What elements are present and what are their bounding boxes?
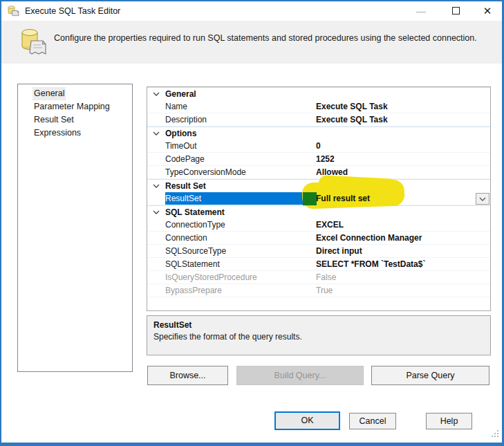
- property-value[interactable]: Direct input: [312, 245, 490, 257]
- sidebar-item-label: Expressions: [32, 127, 82, 140]
- category-row-general[interactable]: General: [147, 87, 490, 100]
- ok-button[interactable]: OK: [274, 411, 340, 430]
- property-row-typeconversionmode[interactable]: TypeConversionModeAllowed: [147, 166, 490, 179]
- close-button[interactable]: ✕: [477, 1, 498, 21]
- property-value[interactable]: 1252: [312, 153, 490, 165]
- property-name: SQLSourceType: [165, 245, 312, 257]
- detail-title: ResultSet: [153, 320, 484, 330]
- category-label: SQL Statement: [165, 206, 225, 219]
- row-gutter: [147, 100, 165, 113]
- category-collapse-toggle[interactable]: [147, 206, 165, 219]
- row-gutter: [147, 140, 165, 152]
- property-name: SQLStatement: [165, 258, 312, 270]
- property-value[interactable]: Full result set: [312, 192, 490, 205]
- window-border-bottom: [0, 443, 504, 446]
- property-value[interactable]: Execute SQL Task: [312, 100, 490, 113]
- title-bar[interactable]: Execute SQL Task Editor — ✕: [1, 1, 502, 21]
- maximize-icon: [452, 7, 460, 15]
- maximize-button[interactable]: [445, 1, 466, 21]
- property-value[interactable]: SELECT *FROM `TestData$`: [312, 258, 490, 270]
- property-value[interactable]: Allowed: [312, 166, 490, 178]
- category-row-options[interactable]: Options: [147, 127, 490, 140]
- property-value[interactable]: 0: [312, 140, 490, 152]
- property-value[interactable]: False: [312, 271, 490, 284]
- category-collapse-toggle[interactable]: [147, 127, 165, 140]
- row-gutter: [147, 166, 165, 178]
- property-grid-rows: GeneralNameExecute SQL TaskDescriptionEx…: [147, 87, 490, 297]
- sql-task-icon: [7, 5, 19, 20]
- minimize-button[interactable]: —: [411, 1, 431, 21]
- sidebar-item-result-set[interactable]: Result Set: [18, 113, 132, 127]
- chevron-down-icon: [479, 197, 486, 201]
- row-gutter: [147, 232, 165, 244]
- execute-sql-task-editor-dialog: Execute SQL Task Editor — ✕ Configure th…: [0, 0, 504, 446]
- property-name: TimeOut: [165, 140, 312, 152]
- property-row-resultset[interactable]: ResultSetFull result set: [147, 192, 490, 205]
- sql-task-banner-icon: [19, 26, 48, 61]
- property-name: IsQueryStoredProcedure: [165, 271, 312, 284]
- chevron-down-icon: [153, 184, 160, 188]
- property-name: BypassPrepare: [165, 284, 312, 297]
- help-button[interactable]: Help: [426, 413, 472, 429]
- sidebar-item-parameter-mapping[interactable]: Parameter Mapping: [18, 100, 132, 113]
- property-name: Connection: [165, 232, 312, 244]
- property-name: CodePage: [165, 153, 312, 165]
- property-row-isquerystoredprocedure[interactable]: IsQueryStoredProcedureFalse: [147, 271, 490, 284]
- header-banner: Configure the properties required to run…: [1, 21, 502, 64]
- property-row-name[interactable]: NameExecute SQL Task: [147, 100, 490, 113]
- property-row-timeout[interactable]: TimeOut0: [147, 140, 490, 153]
- property-name: TypeConversionMode: [165, 166, 312, 178]
- build-query-button: Build Query...: [236, 366, 364, 385]
- row-gutter: [147, 258, 165, 270]
- category-collapse-toggle[interactable]: [147, 88, 165, 100]
- row-gutter: [147, 153, 165, 165]
- chevron-down-icon: [153, 210, 160, 214]
- highlighter-over-selection: [303, 192, 317, 205]
- row-gutter: [147, 219, 165, 231]
- row-gutter: [147, 245, 165, 257]
- category-label: Options: [165, 127, 196, 140]
- property-value[interactable]: True: [312, 284, 490, 297]
- pages-listbox[interactable]: GeneralParameter MappingResult SetExpres…: [17, 84, 133, 372]
- property-name: Name: [165, 100, 312, 113]
- property-description-panel: ResultSet Specifies the format of the qu…: [147, 315, 491, 355]
- property-row-bypassprepare[interactable]: BypassPrepareTrue: [147, 284, 490, 297]
- resultset-dropdown-button[interactable]: [476, 193, 489, 205]
- property-name: ResultSet: [165, 192, 312, 205]
- property-row-connection[interactable]: ConnectionExcel Connection Manager: [147, 232, 490, 245]
- row-gutter: [147, 284, 165, 297]
- row-gutter: [147, 192, 165, 205]
- property-row-sqlstatement[interactable]: SQLStatementSELECT *FROM `TestData$`: [147, 258, 490, 271]
- category-label: Result Set: [165, 180, 206, 192]
- property-grid[interactable]: GeneralNameExecute SQL TaskDescriptionEx…: [147, 86, 491, 311]
- property-name: ConnectionType: [165, 219, 312, 231]
- parse-query-button[interactable]: Parse Query: [371, 366, 489, 385]
- cancel-button[interactable]: Cancel: [349, 413, 396, 429]
- header-description: Configure the properties required to run…: [54, 33, 488, 43]
- property-value[interactable]: Execute SQL Task: [312, 113, 490, 126]
- property-value[interactable]: EXCEL: [312, 219, 490, 231]
- row-gutter: [147, 113, 165, 126]
- sidebar-item-label: General: [32, 87, 66, 100]
- window-border-top: [0, 0, 504, 1]
- property-row-description[interactable]: DescriptionExecute SQL Task: [147, 113, 490, 127]
- window-border-left: [0, 0, 1, 446]
- chevron-down-icon: [153, 92, 160, 96]
- category-label: General: [165, 88, 196, 100]
- property-row-connectiontype[interactable]: ConnectionTypeEXCEL: [147, 219, 490, 232]
- row-gutter: [147, 271, 165, 284]
- chevron-down-icon: [153, 131, 160, 136]
- sidebar-item-expressions[interactable]: Expressions: [18, 127, 132, 140]
- sidebar-item-general[interactable]: General: [18, 87, 132, 100]
- property-row-sqlsourcetype[interactable]: SQLSourceTypeDirect input: [147, 245, 490, 258]
- category-collapse-toggle[interactable]: [147, 180, 165, 192]
- sidebar-item-label: Result Set: [32, 113, 75, 127]
- window-title: Execute SQL Task Editor: [25, 6, 120, 16]
- property-row-codepage[interactable]: CodePage1252: [147, 153, 490, 166]
- property-name: Description: [165, 113, 312, 126]
- detail-text: Specifies the format of the query result…: [153, 332, 484, 342]
- property-value[interactable]: Excel Connection Manager: [312, 232, 490, 244]
- resize-grip[interactable]: [492, 428, 499, 440]
- sidebar-item-label: Parameter Mapping: [32, 100, 111, 113]
- browse-button[interactable]: Browse...: [147, 366, 228, 385]
